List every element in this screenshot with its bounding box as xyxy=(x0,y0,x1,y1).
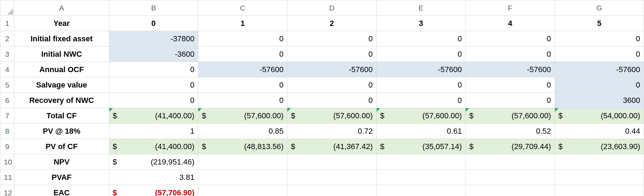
cell[interactable]: -3600 xyxy=(109,47,198,62)
cell[interactable]: $(57,600.00) xyxy=(466,108,555,124)
cell[interactable]: $(57,600.00) xyxy=(287,108,376,124)
cell[interactable]: 0 xyxy=(466,93,555,108)
cell-eac[interactable]: $(57,706.90) xyxy=(109,185,198,196)
label-initial-nwc[interactable]: Initial NWC xyxy=(14,47,109,62)
row-header-1[interactable]: 1 xyxy=(0,16,14,31)
cell[interactable]: 0.61 xyxy=(376,124,465,139)
cell[interactable]: 0 xyxy=(198,31,287,47)
cell[interactable]: $(35,057.14) xyxy=(376,139,465,154)
label-initial-fixed-asset[interactable]: Initial fixed asset xyxy=(14,31,109,47)
cell-empty[interactable] xyxy=(466,154,555,170)
col-header-A[interactable]: A xyxy=(14,0,109,16)
cell[interactable]: 0 xyxy=(109,62,198,77)
cell[interactable]: 0 xyxy=(287,31,376,47)
cell-pvaf[interactable]: 3.81 xyxy=(109,170,198,185)
label-npv[interactable]: NPV xyxy=(14,154,109,170)
row-header-8[interactable]: 8 xyxy=(0,124,14,139)
label-year[interactable]: Year xyxy=(14,16,109,31)
cell[interactable]: $(54,000.00) xyxy=(555,108,644,124)
cell[interactable]: 0 xyxy=(287,47,376,62)
cell[interactable]: 0.85 xyxy=(198,124,287,139)
cell-year-3[interactable]: 3 xyxy=(376,16,465,31)
cell-empty[interactable] xyxy=(555,170,644,185)
col-header-B[interactable]: B xyxy=(109,0,198,16)
cell-year-0[interactable]: 0 xyxy=(109,16,198,31)
cell-empty[interactable] xyxy=(198,154,287,170)
cell[interactable]: 0 xyxy=(466,77,555,93)
cell-year-2[interactable]: 2 xyxy=(287,16,376,31)
cell-year-5[interactable]: 5 xyxy=(555,16,644,31)
cell[interactable]: 0 xyxy=(198,77,287,93)
cell[interactable]: $(57,600.00) xyxy=(198,108,287,124)
select-all-corner[interactable] xyxy=(0,0,14,16)
cell[interactable]: 0 xyxy=(376,77,465,93)
cell-empty[interactable] xyxy=(555,185,644,196)
row-header-12[interactable]: 12 xyxy=(0,185,14,196)
row-header-7[interactable]: 7 xyxy=(0,108,14,124)
label-pv-rate[interactable]: PV @ 18% xyxy=(14,124,109,139)
label-salvage-value[interactable]: Salvage value xyxy=(14,77,109,93)
cell-npv[interactable]: $(219,951.46) xyxy=(109,154,198,170)
row-header-2[interactable]: 2 xyxy=(0,31,14,47)
label-pvaf[interactable]: PVAF xyxy=(14,170,109,185)
cell[interactable]: $(29,709.44) xyxy=(466,139,555,154)
cell[interactable]: 0 xyxy=(198,93,287,108)
col-header-F[interactable]: F xyxy=(466,0,555,16)
cell[interactable]: 1 xyxy=(109,124,198,139)
cell-empty[interactable] xyxy=(376,185,465,196)
col-header-G[interactable]: G xyxy=(555,0,644,16)
cell-empty[interactable] xyxy=(376,154,465,170)
label-pv-of-cf[interactable]: PV of CF xyxy=(14,139,109,154)
cell-year-1[interactable]: 1 xyxy=(198,16,287,31)
cell[interactable]: 0 xyxy=(109,93,198,108)
cell[interactable]: 0.52 xyxy=(466,124,555,139)
label-recovery-nwc[interactable]: Recovery of NWC xyxy=(14,93,109,108)
cell[interactable]: 0 xyxy=(376,31,465,47)
spreadsheet-grid[interactable]: A B C D E F G 1 Year 0 1 2 3 4 5 2 Initi… xyxy=(0,0,644,196)
col-header-D[interactable]: D xyxy=(287,0,376,16)
cell[interactable]: $(41,400.00) xyxy=(109,139,198,154)
cell[interactable]: -57600 xyxy=(198,62,287,77)
cell-empty[interactable] xyxy=(198,185,287,196)
row-header-6[interactable]: 6 xyxy=(0,93,14,108)
cell[interactable]: -57600 xyxy=(287,62,376,77)
row-header-10[interactable]: 10 xyxy=(0,154,14,170)
cell-empty[interactable] xyxy=(287,185,376,196)
row-header-4[interactable]: 4 xyxy=(0,62,14,77)
cell-empty[interactable] xyxy=(287,170,376,185)
cell-empty[interactable] xyxy=(555,154,644,170)
cell[interactable]: 0 xyxy=(198,47,287,62)
cell[interactable]: 0 xyxy=(466,31,555,47)
cell[interactable]: -57600 xyxy=(555,62,644,77)
cell-empty[interactable] xyxy=(466,170,555,185)
cell[interactable]: -57600 xyxy=(376,62,465,77)
col-header-E[interactable]: E xyxy=(376,0,465,16)
cell[interactable]: 0 xyxy=(109,77,198,93)
row-header-5[interactable]: 5 xyxy=(0,77,14,93)
col-header-C[interactable]: C xyxy=(198,0,287,16)
row-header-9[interactable]: 9 xyxy=(0,139,14,154)
cell[interactable]: $(48,813.56) xyxy=(198,139,287,154)
cell[interactable]: 0 xyxy=(555,47,644,62)
cell[interactable]: $(41,400.00) xyxy=(109,108,198,124)
cell[interactable]: $(23,603.90) xyxy=(555,139,644,154)
cell[interactable]: 0 xyxy=(287,93,376,108)
label-eac[interactable]: EAC xyxy=(14,185,109,196)
label-annual-ocf[interactable]: Annual OCF xyxy=(14,62,109,77)
cell-year-4[interactable]: 4 xyxy=(466,16,555,31)
cell[interactable]: 0 xyxy=(376,47,465,62)
cell[interactable]: 3600 xyxy=(555,93,644,108)
cell[interactable]: 0.72 xyxy=(287,124,376,139)
cell[interactable]: -57600 xyxy=(466,62,555,77)
cell[interactable]: 0 xyxy=(287,77,376,93)
cell[interactable]: $(57,600.00) xyxy=(376,108,465,124)
cell-empty[interactable] xyxy=(287,154,376,170)
row-header-3[interactable]: 3 xyxy=(0,47,14,62)
cell[interactable]: 0 xyxy=(555,77,644,93)
cell[interactable]: -37800 xyxy=(109,31,198,47)
cell-empty[interactable] xyxy=(198,170,287,185)
row-header-11[interactable]: 11 xyxy=(0,170,14,185)
cell[interactable]: 0 xyxy=(376,93,465,108)
cell[interactable]: 0 xyxy=(555,31,644,47)
cell[interactable]: $(41,367.42) xyxy=(287,139,376,154)
